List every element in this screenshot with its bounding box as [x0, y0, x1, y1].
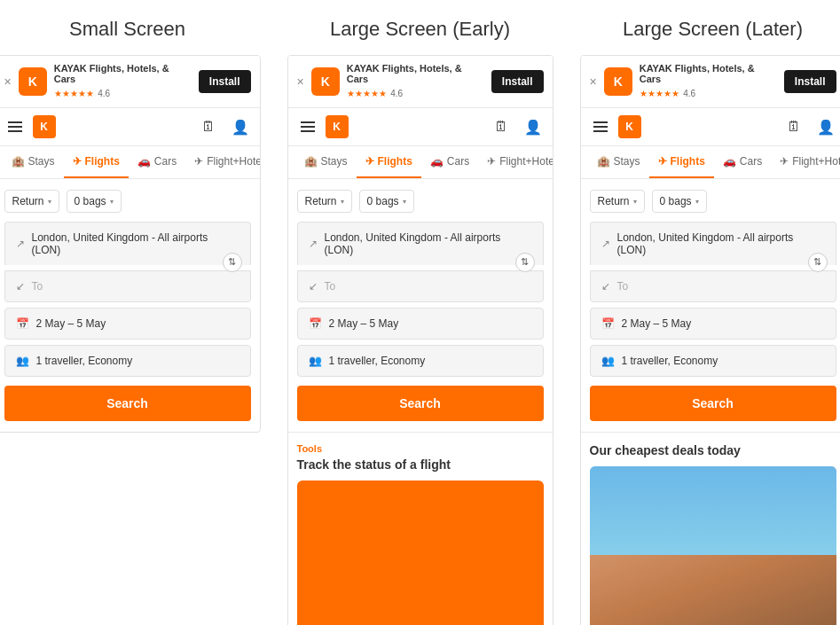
dates-field[interactable]: 📅 2 May – 5 May [4, 308, 251, 340]
tab-flight-hotel-label-2: Flight+Hotel [499, 155, 553, 168]
return-label-2: Return [305, 195, 337, 207]
tab-cars-2[interactable]: 🚗 Cars [421, 146, 478, 178]
tab-flights-label-3: Flights [671, 155, 705, 168]
tab-flight-hotel-3[interactable]: ✈ Flight+Hotel [771, 146, 840, 178]
banner-stars-row-3: ★★★★★ 4.6 [640, 84, 777, 100]
tab-cars-3[interactable]: 🚗 Cars [714, 146, 771, 178]
banner-app-name-3: KAYAK Flights, Hotels, & Cars [640, 63, 777, 84]
dest-field[interactable]: ↙ To [4, 270, 251, 302]
banner-app-name: KAYAK Flights, Hotels, & Cars [54, 63, 192, 84]
banner-stars-2: ★★★★★ [347, 89, 387, 98]
dest-field-2[interactable]: ↙ To [297, 270, 544, 302]
travellers-text-3: 1 traveller, Economy [622, 355, 718, 367]
banner-app-name-2: KAYAK Flights, Hotels, & Cars [347, 63, 484, 84]
search-button-3[interactable]: Search [590, 386, 836, 421]
origin-dest-group-2: ↗ London, United Kingdom - All airports … [297, 222, 544, 302]
banner-logo-3: K [604, 67, 632, 96]
calendar-icon[interactable]: 🗓 [201, 119, 216, 135]
dates-field-2[interactable]: 📅 2 May – 5 May [297, 308, 544, 340]
tab-flights-label-2: Flights [378, 155, 412, 168]
nav-logo-3: K [618, 115, 641, 138]
swap-button[interactable]: ⇅ [223, 253, 242, 272]
tab-stays[interactable]: 🏨 Stays [3, 146, 64, 178]
tab-flight-hotel[interactable]: ✈ Flight+Hotel [185, 146, 260, 178]
return-select-3[interactable]: Return ▾ [590, 190, 645, 213]
return-chevron-2: ▾ [341, 198, 344, 206]
tab-bar-2: 🏨 Stays ✈ Flights 🚗 Cars ✈ Flight+Hotel [288, 146, 553, 179]
install-button-3[interactable]: Install [784, 70, 836, 93]
search-button[interactable]: Search [4, 386, 251, 421]
hamburger-menu[interactable] [6, 120, 24, 134]
origin-icon: ↗ [16, 238, 25, 250]
cars-icon-2: 🚗 [430, 155, 444, 168]
large-screen-later-column: Large Screen (Later) × K KAYAK Flights, … [580, 18, 841, 625]
swap-button-3[interactable]: ⇅ [808, 253, 828, 272]
tab-flights-2[interactable]: ✈ Flights [357, 146, 421, 178]
origin-text-3: London, United Kingdom - All airports (L… [617, 231, 825, 256]
calendar-icon-2[interactable]: 🗓 [494, 119, 508, 135]
bags-chevron: ▾ [110, 198, 114, 206]
top-nav: K 🗓 👤 [0, 108, 260, 146]
calendar-icon-3[interactable]: 🗓 [787, 119, 801, 135]
swap-button-2[interactable]: ⇅ [515, 253, 535, 272]
origin-field-2[interactable]: ↗ London, United Kingdom - All airports … [297, 222, 544, 265]
tab-bar: 🏨 Stays ✈ Flights 🚗 Cars ✈ Flight+Hotel [0, 146, 260, 179]
person-icon-2[interactable]: 👤 [524, 119, 542, 136]
tab-stays-2[interactable]: 🏨 Stays [295, 146, 357, 178]
install-button[interactable]: Install [199, 70, 251, 93]
person-icon[interactable]: 👤 [232, 119, 249, 136]
dest-icon-3: ↙ [601, 280, 610, 293]
travellers-text: 1 traveller, Economy [36, 355, 133, 367]
origin-icon-3: ↗ [601, 238, 610, 250]
large-screen-later-title: Large Screen (Later) [623, 18, 803, 41]
tab-stays-3[interactable]: 🏨 Stays [588, 146, 649, 178]
large-screen-early-frame: × K KAYAK Flights, Hotels, & Cars ★★★★★ … [287, 55, 553, 625]
dates-text-2: 2 May – 5 May [329, 317, 399, 330]
tab-cars-label: Cars [154, 155, 177, 168]
deals-section: Our cheapest deals today [581, 432, 841, 625]
tab-stays-label-2: Stays [321, 155, 348, 168]
search-button-2[interactable]: Search [297, 386, 544, 421]
person-icon-3[interactable]: 👤 [817, 119, 835, 136]
hamburger-menu-3[interactable] [592, 120, 609, 134]
nav-logo: K [33, 115, 56, 138]
search-form-3: Return ▾ 0 bags ▾ ↗ London, United Kingd… [581, 179, 841, 432]
travellers-text-2: 1 traveller, Economy [329, 355, 426, 367]
banner-close-icon-2[interactable]: × [297, 74, 304, 89]
return-select-2[interactable]: Return ▾ [297, 190, 352, 213]
cars-icon: 🚗 [137, 155, 151, 168]
bags-label-2: 0 bags [367, 195, 399, 207]
bags-select-2[interactable]: 0 bags ▾ [359, 190, 414, 213]
tab-flights-3[interactable]: ✈ Flights [649, 146, 714, 178]
bags-select[interactable]: 0 bags ▾ [67, 190, 122, 213]
travellers-field-3[interactable]: 👥 1 traveller, Economy [590, 345, 836, 377]
search-form-2: Return ▾ 0 bags ▾ ↗ London, United Kingd… [288, 179, 553, 432]
travellers-icon-2: 👥 [309, 355, 322, 367]
return-label-3: Return [598, 195, 630, 207]
return-select[interactable]: Return ▾ [4, 190, 59, 213]
tools-card[interactable] [297, 480, 544, 625]
origin-dest-group: ↗ London, United Kingdom - All airports … [4, 222, 251, 302]
tab-flight-hotel-2[interactable]: ✈ Flight+Hotel [478, 146, 553, 178]
tab-bar-3: 🏨 Stays ✈ Flights 🚗 Cars ✈ Flight+Hotel [581, 146, 841, 179]
dest-field-3[interactable]: ↙ To [590, 270, 836, 302]
banner-close-icon-3[interactable]: × [590, 74, 597, 89]
banner-text-3: KAYAK Flights, Hotels, & Cars ★★★★★ 4.6 [640, 63, 777, 100]
origin-field-3[interactable]: ↗ London, United Kingdom - All airports … [590, 222, 836, 265]
tab-cars[interactable]: 🚗 Cars [129, 146, 185, 178]
hamburger-menu-2[interactable] [299, 120, 317, 134]
bags-select-3[interactable]: 0 bags ▾ [652, 190, 707, 213]
install-button-2[interactable]: Install [491, 70, 544, 93]
dest-placeholder-2: To [325, 280, 336, 293]
travellers-field-2[interactable]: 👥 1 traveller, Economy [297, 345, 544, 377]
tab-flights[interactable]: ✈ Flights [64, 146, 129, 178]
dates-field-3[interactable]: 📅 2 May – 5 May [590, 308, 836, 340]
banner-stars-row-2: ★★★★★ 4.6 [347, 84, 484, 100]
origin-field[interactable]: ↗ London, United Kingdom - All airports … [4, 222, 251, 265]
return-label: Return [12, 195, 44, 207]
tab-flights-label: Flights [85, 155, 120, 168]
banner-stars-3: ★★★★★ [640, 89, 679, 98]
travellers-field[interactable]: 👥 1 traveller, Economy [4, 345, 251, 377]
bags-label-3: 0 bags [660, 195, 692, 207]
banner-close-icon[interactable]: × [4, 74, 12, 89]
